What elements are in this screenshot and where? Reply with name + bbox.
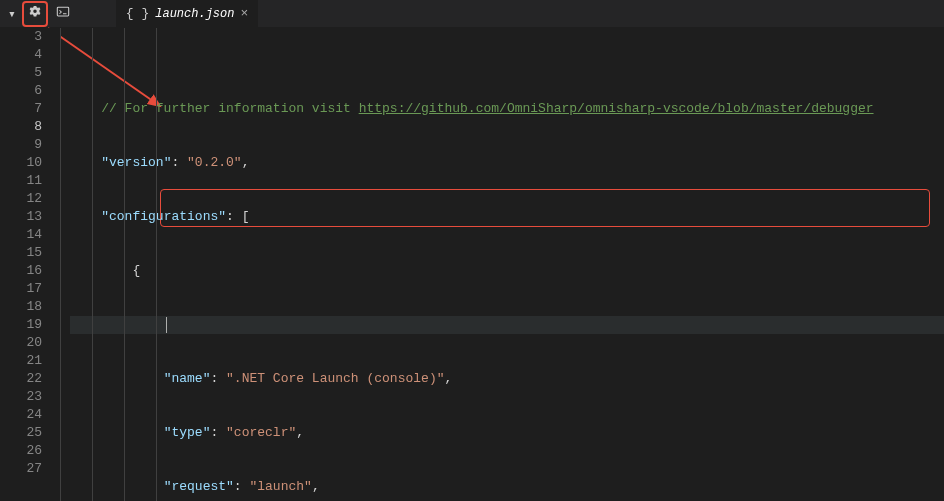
json-key: "request"	[164, 479, 234, 494]
json-file-icon: { }	[126, 6, 149, 21]
gear-highlight-box	[22, 1, 48, 27]
debug-toolbar: ▾ { } launch.json ×	[0, 0, 944, 28]
debug-console-icon[interactable]	[50, 5, 76, 23]
json-key: "version"	[101, 155, 171, 170]
json-value: "coreclr"	[226, 425, 296, 440]
json-value: "launch"	[249, 479, 311, 494]
dropdown-caret-icon[interactable]: ▾	[4, 6, 20, 22]
json-value: ".NET Core Launch (console)"	[226, 371, 444, 386]
close-icon[interactable]: ×	[240, 6, 248, 21]
svg-rect-0	[57, 7, 68, 16]
comment-text: // For further information visit	[70, 101, 359, 116]
tab-title: launch.json	[155, 7, 234, 21]
comment-link[interactable]: https://github.com/OmniSharp/omnisharp-v…	[359, 101, 874, 116]
gear-icon[interactable]	[28, 5, 42, 23]
line-number-gutter: 3 4 5 6 7 8 9 10 11 12 13 14 15 16 17 18…	[0, 28, 60, 501]
code-content[interactable]: // For further information visit https:/…	[60, 28, 944, 501]
json-value: "0.2.0"	[187, 155, 242, 170]
code-editor[interactable]: 3 4 5 6 7 8 9 10 11 12 13 14 15 16 17 18…	[0, 28, 944, 501]
json-key: "name"	[164, 371, 211, 386]
json-key: "configurations"	[101, 209, 226, 224]
tab-launch-json[interactable]: { } launch.json ×	[116, 0, 258, 28]
json-key: "type"	[164, 425, 211, 440]
tab-bar: { } launch.json ×	[116, 0, 258, 28]
text-cursor	[166, 317, 167, 333]
